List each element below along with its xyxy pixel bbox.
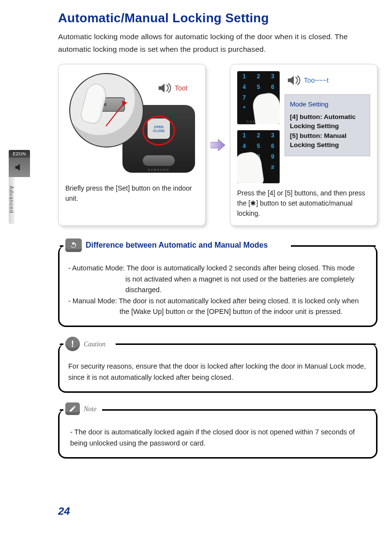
sound-icon xyxy=(157,81,172,95)
mode-setting-box: Mode Setting [4] button: Automatic Locki… xyxy=(285,94,370,156)
page-title: Automatic/Manual Locking Setting xyxy=(58,11,377,26)
mode-setting-body: [4] button: Automatic Locking Setting [5… xyxy=(290,112,365,150)
card1-illustration: OPEN CLOSE SAMSUNG Set xyxy=(65,71,198,178)
card2-sound-label: Too~~~t xyxy=(304,76,329,84)
refresh-icon xyxy=(65,238,82,252)
keypads-column: 123 456 789 *0# SAMSUNG 123 456 789 xyxy=(237,71,280,183)
diff-auto-body-line2: is not activated when a magnet is not us… xyxy=(125,274,367,284)
diff-auto-body-line3: discharged. xyxy=(125,284,367,295)
card1-sound: Toot xyxy=(157,81,187,95)
diff-manual-body-line2: the [Wake Up] button or the [OPEN] butto… xyxy=(120,306,367,317)
note-body: - The door is automatically locked again… xyxy=(70,427,367,448)
diff-auto-lead: - Automatic Mode: xyxy=(68,264,127,272)
page-number: 24 xyxy=(58,505,70,518)
note-icon xyxy=(65,402,80,415)
card2-right-column: Too~~~t Mode Setting [4] button: Automat… xyxy=(285,71,370,183)
caution-icon: ! xyxy=(65,337,80,351)
sound-icon xyxy=(286,73,301,88)
svg-marker-1 xyxy=(211,139,225,151)
device-brand: SAMSUNG xyxy=(148,168,169,171)
note-legend: Note xyxy=(65,402,100,415)
step-card-2: 123 456 789 *0# SAMSUNG 123 456 789 xyxy=(230,64,377,226)
svg-marker-0 xyxy=(159,84,165,93)
mode-setting-heading: Mode Setting xyxy=(290,100,365,109)
info-box-difference: Difference between Automatic and Manual … xyxy=(58,245,377,327)
card2-caption: Press the [4] or [5] buttons, and then p… xyxy=(237,188,370,219)
difference-heading: Difference between Automatic and Manual … xyxy=(86,239,268,252)
card2-sound: Too~~~t xyxy=(286,73,370,88)
info-box-caution: ! Caution For security reasons, ensure t… xyxy=(58,343,377,393)
diff-auto-body-inline: The door is automatically locked 2 secon… xyxy=(127,264,355,272)
mode-line1: [4] button: Automatic Locking Setting xyxy=(290,112,365,131)
turn-knob xyxy=(143,155,175,166)
info-box-note: Note - The door is automatically locked … xyxy=(58,409,377,459)
diff-manual: - Manual Mode: The door is not automatic… xyxy=(68,296,367,317)
arrow-right-icon xyxy=(211,138,225,152)
arrow-between-steps xyxy=(211,64,225,226)
card2-illustration: 123 456 789 *0# SAMSUNG 123 456 789 xyxy=(237,71,370,183)
hand-illustration-top xyxy=(251,92,280,125)
diff-manual-body-inline: The door is not automatically locked aft… xyxy=(119,297,359,305)
mode-line2: [5] button: Manual Locking Setting xyxy=(290,131,365,150)
highlight-ring xyxy=(142,116,175,146)
intro-text: Automatic locking mode allows for automa… xyxy=(58,30,377,55)
finger-illustration xyxy=(79,82,109,125)
note-label: Note xyxy=(84,404,96,415)
svg-marker-2 xyxy=(288,76,294,85)
card1-sound-label: Toot xyxy=(175,84,187,92)
caution-body: For security reasons, ensure that the do… xyxy=(68,361,367,383)
diff-manual-lead: - Manual Mode: xyxy=(68,297,119,305)
diff-auto: - Automatic Mode: The door is automatica… xyxy=(68,263,367,295)
caution-legend: ! Caution xyxy=(65,337,109,351)
keypad-top: 123 456 789 *0# SAMSUNG xyxy=(237,71,280,124)
card1-caption: Briefly press the [Set] button on the in… xyxy=(65,183,198,204)
difference-legend: Difference between Automatic and Manual … xyxy=(65,238,271,252)
step-cards-row: OPEN CLOSE SAMSUNG Set xyxy=(58,64,377,226)
keypad-bottom: 123 456 789 *0# xyxy=(237,130,280,183)
step-card-1: OPEN CLOSE SAMSUNG Set xyxy=(58,64,206,226)
caution-label: Caution xyxy=(84,339,106,350)
magnified-view: Set xyxy=(69,73,144,148)
